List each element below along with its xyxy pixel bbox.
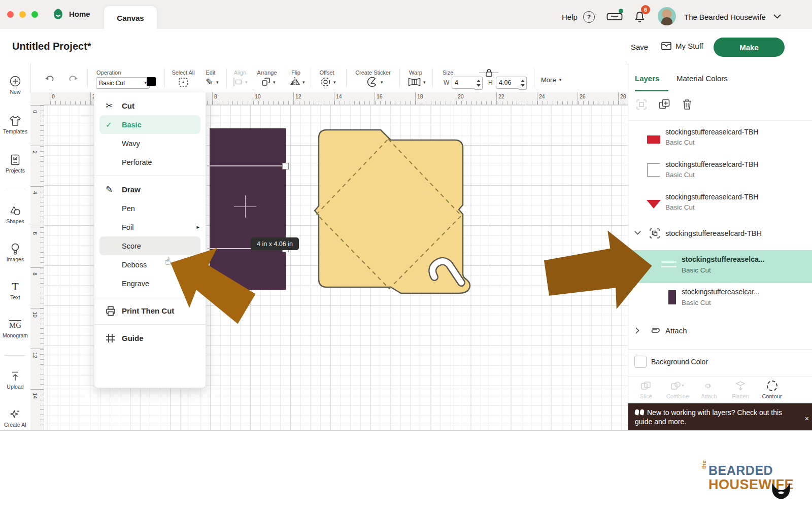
selection-handle[interactable] [282,163,289,169]
envelope-shape[interactable] [304,122,477,299]
layers-guide-banner[interactable]: New to working with layers? Check out th… [628,403,812,430]
purple-card-shape[interactable] [210,128,286,290]
layer-swatch-red-rect [647,135,660,144]
tab-material-colors[interactable]: Material Colors [676,74,728,83]
lock-bracket-right [492,73,498,73]
warp-caret-icon[interactable]: ▾ [423,80,426,85]
menu-item-wavy[interactable]: Wavy [94,134,206,153]
height-field[interactable]: 4.06 [496,77,519,89]
layer-row[interactable]: stockingstuffereaselcard-TBH Basic Cut [628,124,812,155]
action-contour[interactable]: Contour [757,380,787,399]
banner-close-icon[interactable]: × [805,415,809,422]
ruler-tick-label: 8 [32,270,38,278]
make-button[interactable]: Make [714,38,785,57]
menu-divider [94,324,206,325]
align-icon[interactable] [233,78,243,86]
tab-layers[interactable]: Layers [635,74,659,83]
menu-item-score[interactable]: Score [99,236,200,255]
group-select-icon[interactable] [636,99,647,110]
ruler-tick-label: 18 [417,93,423,99]
menu-item-cut[interactable]: ✂ Cut [94,96,206,115]
chevron-down-icon[interactable] [634,231,641,235]
zoom-window-button[interactable] [31,11,38,18]
layer-row-selected[interactable]: stockingstuffereaselca... Basic Cut [628,250,812,283]
ruler-tick: 0 [50,92,90,105]
redo-icon[interactable] [66,75,78,84]
ruler-tick-label: 8 [214,93,217,99]
height-stepper[interactable] [519,77,527,90]
account-name[interactable]: The Bearded Housewife [684,13,766,21]
tab-home[interactable]: Home [52,8,90,20]
menu-item-perforate[interactable]: Perforate [94,153,206,171]
menu-item-basic[interactable]: ✓ Basic [99,115,200,134]
duplicate-icon[interactable] [658,98,670,111]
operation-select[interactable]: Basic Cut ▾ [96,77,150,89]
offset-caret-icon[interactable]: ▾ [333,80,336,85]
help-icon[interactable]: ? [583,11,595,23]
layer-group-row[interactable]: stockingstuffereaselcard-TBH [628,223,812,248]
delete-trash-icon[interactable] [682,98,693,111]
sidebar-item-upload[interactable]: Upload [0,370,30,390]
layer-row[interactable]: stockingstuffereaselcard-TBH Basic Cut [628,189,812,220]
close-window-button[interactable] [7,11,14,18]
my-stuff-button[interactable]: My Stuff [661,42,703,50]
sidebar-item-images[interactable]: Images [0,243,30,262]
tab-canvas[interactable]: Canvas [104,6,157,29]
flip-icon[interactable] [289,77,300,87]
select-all-icon[interactable] [178,77,188,87]
arrange-caret-icon[interactable]: ▾ [273,80,276,85]
warp-icon[interactable] [408,78,421,86]
account-chevron-down-icon[interactable] [773,14,781,19]
menu-item-draw[interactable]: ✎ Draw [94,180,206,199]
paperclip-icon [694,380,724,391]
sidebar-item-create-ai[interactable]: Create AI [0,408,30,428]
machine-online-dot [619,9,623,13]
save-button[interactable]: Save [631,43,648,51]
undo-icon[interactable] [45,75,57,84]
menu-item-pen[interactable]: Pen [94,199,206,218]
submenu-arrow-icon: ▸ [196,224,199,230]
flip-caret-icon[interactable]: ▾ [302,80,305,85]
paperclip-icon [650,325,662,335]
menu-item-foil[interactable]: Foil ▸ [94,218,206,236]
sidebar-item-templates[interactable]: Templates [0,115,30,134]
arrange-icon[interactable] [261,77,271,87]
width-label: W [444,79,449,86]
help-label[interactable]: Help [562,13,578,21]
layer-swatch-score-lines [661,261,676,267]
layer-row[interactable]: stockingstuffereaselcard-TBH Basic Cut [628,156,812,188]
menu-item-engrave[interactable]: Engrave [94,274,206,293]
avatar[interactable] [658,7,676,25]
sidebar-item-shapes[interactable]: Shapes [0,204,30,224]
sidebar-item-monogram[interactable]: MG Monogram [0,319,30,338]
edit-caret-icon[interactable]: ▾ [216,80,219,85]
width-field[interactable]: 4 [452,77,475,89]
attach-group-row[interactable]: Attach [628,321,812,343]
edit-pencil-icon[interactable]: ✎ [206,77,213,88]
selection-center-cross [245,195,246,218]
menu-item-print-then-cut[interactable]: Print Then Cut [94,301,206,320]
notification-badge: 6 [641,5,650,14]
sidebar-item-new[interactable]: New [0,75,30,95]
operation-color-swatch[interactable] [147,77,156,86]
sidebar-item-projects[interactable]: Projects [0,154,30,174]
menu-item-guide[interactable]: Guide [94,329,206,348]
minimize-window-button[interactable] [19,11,26,18]
width-stepper[interactable] [475,77,483,90]
create-sticker-icon[interactable] [366,76,378,88]
background-color-swatch[interactable] [634,356,647,368]
more-button[interactable]: More ▾ [541,76,561,84]
offset-icon[interactable] [320,77,331,87]
score-line[interactable] [207,165,288,166]
size-lock-icon[interactable] [485,68,493,77]
menu-item-deboss[interactable]: Deboss [94,255,206,274]
machine-status-icon[interactable] [606,12,623,23]
create-sticker-caret-icon[interactable]: ▾ [381,80,383,85]
ruler-tick: 12 [293,92,334,105]
new-plus-icon [0,75,30,87]
chevron-right-icon[interactable] [635,327,639,334]
sidebar-item-text[interactable]: T Text [0,281,30,300]
ruler-tick: 18 [415,92,456,105]
background-color-row[interactable]: Background Color [628,354,812,374]
layer-row[interactable]: stockingstuffereaselcar... Basic Cut [628,283,812,316]
